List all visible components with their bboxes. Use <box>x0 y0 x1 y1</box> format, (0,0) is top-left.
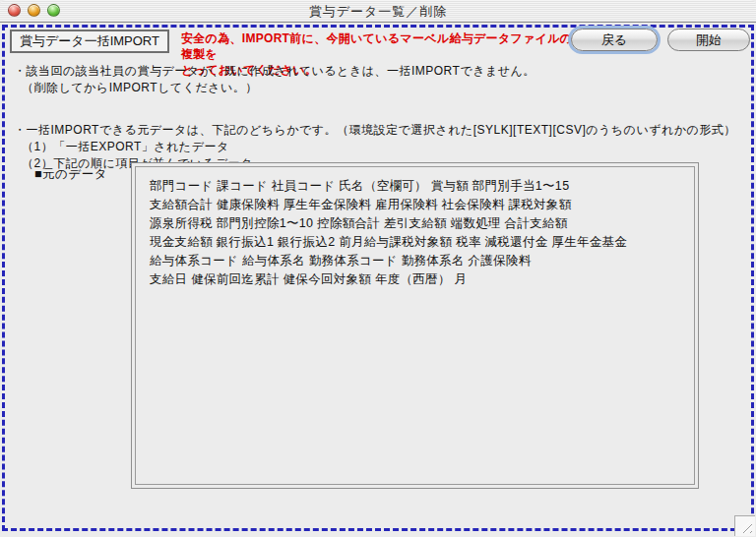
app-window: 賞与データ一覧／削除 賞与データ一括IMPORT 安全の為、IMPORT前に、今… <box>0 0 756 537</box>
note-line: ・一括IMPORTできる元データは、下記のどちらかです。（環境設定で選択された[… <box>14 122 736 139</box>
source-field-line: 支給日 健保前回迄累計 健保今回対象額 年度（西暦） 月 <box>150 270 694 289</box>
instructions: ・該当回の該当社員の賞与データが、既に作成されているときは、一括IMPORTでき… <box>14 63 736 172</box>
source-field-line: 部門コード 課コード 社員コード 氏名（空欄可） 賞与額 部門別手当1〜15 <box>150 177 694 196</box>
back-button[interactable]: 戻る <box>571 29 658 51</box>
source-data-box: 部門コード 課コード 社員コード 氏名（空欄可） 賞与額 部門別手当1〜15 支… <box>131 162 699 489</box>
source-field-line: 源泉所得税 部門別控除1〜10 控除額合計 差引支給額 端数処理 合計支給額 <box>150 214 694 233</box>
window-title: 賞与データ一覧／削除 <box>0 3 756 21</box>
source-field-line: 給与体系コード 給与体系名 勤務体系コード 勤務体系名 介護保険料 <box>150 252 694 270</box>
note-line: （削除してからIMPORTしてください。） <box>14 80 736 96</box>
source-data-label: ■元のデータ <box>34 166 107 183</box>
section-title-box: 賞与データ一括IMPORT <box>10 30 169 53</box>
source-field-line: 現金支給額 銀行振込1 銀行振込2 前月給与課税対象額 税率 減税還付金 厚生年… <box>150 233 694 252</box>
resize-grip[interactable] <box>734 515 755 536</box>
section-title: 賞与データ一括IMPORT <box>20 32 159 50</box>
source-field-line: 支給額合計 健康保険料 厚生年金保険料 雇用保険料 社会保険料 課税対象額 <box>150 196 694 214</box>
source-data-field: 部門コード 課コード 社員コード 氏名（空欄可） 賞与額 部門別手当1〜15 支… <box>135 166 695 485</box>
start-button[interactable]: 開始 <box>667 29 750 51</box>
note-line: （1）「一括EXPORT」されたデータ <box>14 139 736 155</box>
title-bar[interactable]: 賞与データ一覧／削除 <box>0 0 756 23</box>
note-line: ・該当回の該当社員の賞与データが、既に作成されているときは、一括IMPORTでき… <box>14 63 736 80</box>
